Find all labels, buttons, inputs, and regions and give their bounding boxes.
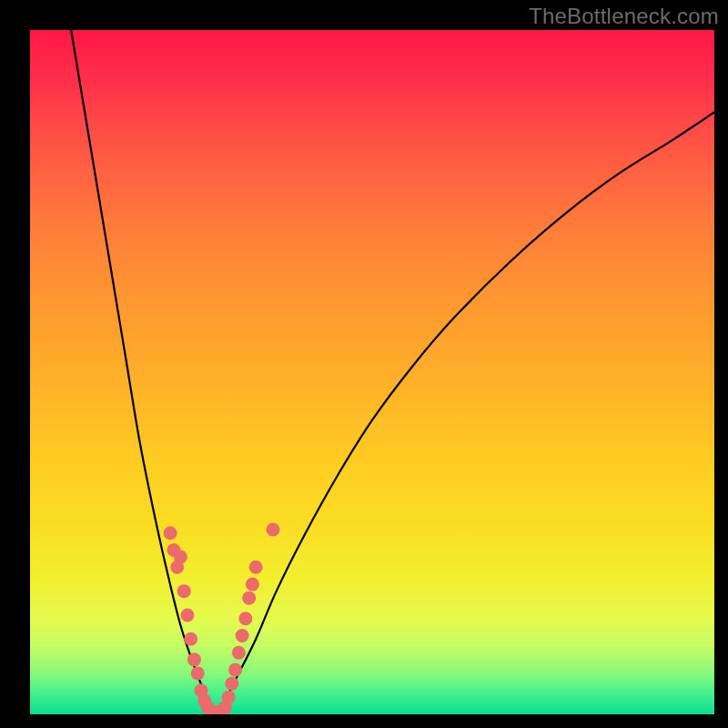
plot-area xyxy=(30,30,714,714)
chart-frame: TheBottleneck.com xyxy=(0,0,728,728)
data-point xyxy=(266,522,279,536)
bottleneck-curve xyxy=(71,30,714,714)
data-point xyxy=(191,666,205,680)
data-point xyxy=(242,592,256,605)
data-point xyxy=(184,632,197,646)
data-point xyxy=(177,584,191,598)
data-point xyxy=(180,608,194,622)
data-point xyxy=(164,526,177,540)
data-point xyxy=(236,629,249,642)
data-point xyxy=(222,691,236,704)
curve-svg xyxy=(30,30,714,714)
data-point xyxy=(246,578,259,592)
watermark-text: TheBottleneck.com xyxy=(529,4,719,29)
curve-right-path xyxy=(215,112,714,714)
data-markers xyxy=(164,522,280,714)
data-point xyxy=(238,612,252,625)
data-point xyxy=(249,561,263,574)
data-point xyxy=(187,652,201,666)
data-point xyxy=(174,551,187,564)
data-point xyxy=(232,646,246,660)
data-point xyxy=(225,677,238,691)
data-point xyxy=(228,663,242,677)
